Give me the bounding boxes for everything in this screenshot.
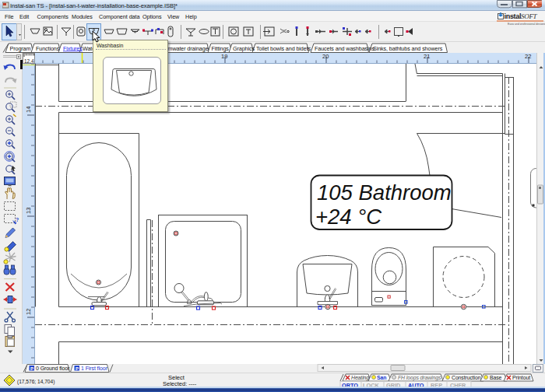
svg-text:SOFT: SOFT: [521, 12, 538, 20]
svg-text:20: 20: [322, 53, 329, 60]
svg-text:Construction: Construction: [452, 375, 481, 380]
svg-text:San: San: [377, 375, 386, 380]
svg-text:21: 21: [424, 53, 430, 60]
svg-text:1 First floor: 1 First floor: [81, 366, 107, 371]
svg-text:Program: Program: [10, 45, 31, 52]
svg-text:mwater drainage: mwater drainage: [168, 45, 209, 52]
svg-text:P: P: [76, 366, 79, 371]
svg-text:Easy and professional designin: Easy and professional designing: [508, 23, 545, 26]
svg-text:Graphics: Graphics: [233, 45, 255, 52]
svg-text:P: P: [30, 366, 33, 371]
svg-text:Printout: Printout: [512, 375, 530, 380]
svg-text:Sinks, bathtubs and showers: Sinks, bathtubs and showers: [373, 45, 443, 52]
svg-text:Heating: Heating: [351, 375, 369, 381]
svg-text:Faucets and washbasins: Faucets and washbasins: [315, 45, 374, 52]
svg-text:105 Bathroom: 105 Bathroom: [317, 180, 452, 205]
svg-text:Functions: Functions: [36, 45, 60, 52]
svg-text:?: ?: [16, 217, 19, 222]
svg-text:Toilet bowls and bidets: Toilet bowls and bidets: [256, 45, 311, 52]
svg-text:12: 12: [25, 309, 32, 315]
svg-text:14: 14: [25, 107, 32, 113]
svg-text:instal: instal: [505, 12, 522, 20]
svg-text:13: 13: [25, 208, 32, 214]
svg-text:FH loops drawings: FH loops drawings: [398, 375, 441, 381]
svg-text:Base: Base: [490, 375, 502, 380]
svg-text:0 Ground floor: 0 Ground floor: [36, 366, 70, 371]
svg-text:Fittings: Fittings: [212, 45, 230, 52]
svg-text:19: 19: [221, 53, 227, 60]
svg-text:Fixtures: Fixtures: [63, 45, 83, 52]
svg-text:+24 °C: +24 °C: [315, 205, 382, 229]
svg-text:(17,576; 14,704): (17,576; 14,704): [17, 379, 54, 385]
svg-text:22: 22: [525, 53, 531, 60]
